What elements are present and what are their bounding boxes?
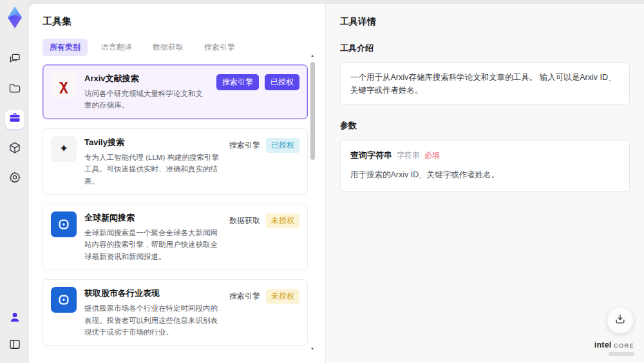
tool-description: 专为人工智能代理 (LLM) 构建的搜索引擎工具。可快速提供实时、准确和真实的结… (84, 152, 222, 187)
tool-description: 提供股票市场各个行业在特定时间段内的表现。投资者可以利用这些信息来识别表现优于或… (84, 302, 222, 338)
tool-card[interactable]: 全球新闻搜索 全球新闻搜索是一个聚合全球各大新闻网站内容的搜索引擎，帮助用户快速… (43, 204, 308, 270)
sidebar-item-collapse[interactable] (5, 336, 24, 355)
category-tabs: 所有类别语言翻译数据获取搜索引擎 (43, 39, 325, 56)
tool-card[interactable]: χ Arxiv文献搜索 访问各个研究领域大量科学论文和文章的存储库。 搜索引擎 … (43, 64, 308, 119)
category-tab[interactable]: 所有类别 (43, 39, 88, 56)
category-badge: 搜索引擎 (229, 138, 260, 153)
param-name: 查询字符串 (350, 149, 392, 162)
arxiv-logo-icon: χ (51, 72, 77, 98)
auth-badge: 已授权 (266, 138, 299, 153)
core-wordmark: core (614, 340, 634, 349)
tool-description: 全球新闻搜索是一个聚合全球各大新闻网站内容的搜索引擎，帮助用户快速获取全球最新资… (84, 227, 222, 262)
tool-name: Tavily搜索 (84, 137, 222, 148)
rail-bottom (5, 309, 24, 355)
briefcase-icon (8, 112, 21, 127)
tool-detail-panel: 工具详情 工具介绍 一个用于从Arxiv存储库搜索科学论文和文章的工具。 输入可… (325, 4, 644, 363)
intro-box: 一个用于从Arxiv存储库搜索科学论文和文章的工具。 输入可以是Arxiv ID… (340, 63, 630, 105)
category-tab[interactable]: 搜索引擎 (197, 39, 242, 56)
tool-name: 获取股市各行业表现 (84, 288, 222, 299)
brand-subtext-strip (609, 352, 634, 356)
sidebar-item-settings[interactable] (5, 169, 24, 188)
auth-badge: 未授权 (266, 289, 299, 304)
category-badge: 数据获取 (229, 213, 260, 228)
user-icon (8, 311, 21, 326)
auth-badge: 未授权 (266, 213, 299, 228)
tool-card[interactable]: 获取股市各行业表现 提供股票市场各个行业在特定时间段内的表现。投资者可以利用这些… (43, 279, 308, 346)
download-icon (614, 313, 627, 328)
intro-heading: 工具介绍 (340, 43, 630, 54)
juhe-blue-icon (51, 211, 77, 237)
parameter-item: 查询字符串 字符串 必填 用于搜索的Arxiv ID、关键字或作者姓名。 (340, 140, 630, 191)
rail-nav (5, 50, 24, 188)
intel-core-logo: intel core (594, 341, 634, 356)
sidebar-item-toolbox[interactable] (5, 110, 24, 129)
tool-name: Arxiv文献搜索 (84, 73, 209, 84)
download-button[interactable] (607, 308, 633, 333)
scrollbar-thumb[interactable] (310, 62, 315, 160)
sidebar-item-chat[interactable] (5, 50, 24, 70)
app-logo-icon[interactable] (5, 5, 25, 30)
category-tab[interactable]: 语言翻译 (94, 39, 139, 56)
sidebar-item-files[interactable] (5, 80, 24, 99)
params-heading: 参数 (340, 120, 630, 132)
sidebar-item-profile[interactable] (5, 309, 24, 328)
scrollbar-down-arrow[interactable]: ▼ (310, 347, 314, 351)
left-rail (0, 0, 29, 363)
tool-card[interactable]: ✦ Tavily搜索 专为人工智能代理 (LLM) 构建的搜索引擎工具。可快速提… (43, 128, 308, 195)
page-title: 工具集 (43, 15, 325, 28)
scrollbar-up-arrow[interactable]: ▲ (310, 54, 314, 57)
category-tab[interactable]: 数据获取 (146, 39, 191, 56)
auth-badge: 已授权 (265, 74, 299, 90)
chat-icon (8, 52, 21, 68)
tool-name: 全球新闻搜索 (84, 212, 222, 224)
tool-description: 访问各个研究领域大量科学论文和文章的存储库。 (84, 88, 209, 112)
tavily-star-icon: ✦ (51, 136, 77, 162)
category-badge: 搜索引擎 (229, 289, 260, 304)
param-required-badge: 必填 (424, 150, 440, 162)
params-list: 查询字符串 字符串 必填 用于搜索的Arxiv ID、关键字或作者姓名。 (340, 140, 630, 191)
param-description: 用于搜索的Arxiv ID、关键字或作者姓名。 (350, 168, 620, 181)
intel-wordmark: intel (594, 340, 612, 349)
param-type: 字符串 (397, 150, 420, 162)
sidebar-item-models[interactable] (5, 139, 24, 159)
panel-icon (8, 338, 21, 353)
tool-list: χ Arxiv文献搜索 访问各个研究领域大量科学论文和文章的存储库。 搜索引擎 … (43, 64, 308, 353)
tool-list-panel: 工具集 所有类别语言翻译数据获取搜索引擎 χ Arxiv文献搜索 访问各个研究领… (29, 4, 325, 363)
cube-icon (8, 141, 21, 157)
juhe-blue-icon (51, 287, 77, 313)
category-badge: 搜索引擎 (216, 74, 259, 90)
detail-title: 工具详情 (340, 16, 630, 28)
folder-icon (8, 82, 21, 97)
gear-icon (8, 171, 21, 186)
main-surface: 工具集 所有类别语言翻译数据获取搜索引擎 χ Arxiv文献搜索 访问各个研究领… (29, 4, 644, 363)
